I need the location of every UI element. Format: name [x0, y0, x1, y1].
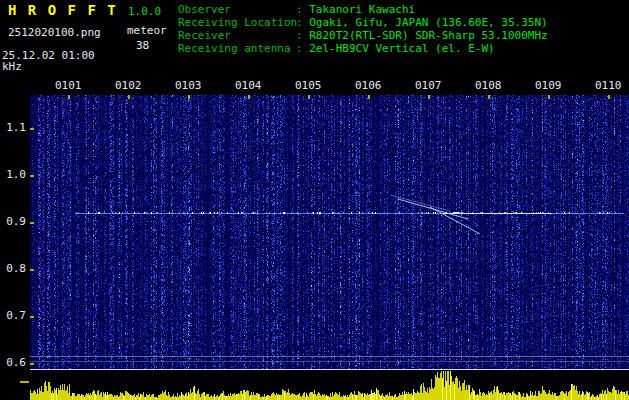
y-tick-label: 0.6 [4, 356, 26, 369]
y-tick-label: 0.8 [4, 262, 26, 275]
info-label: Receiving Location [178, 16, 296, 29]
info-value: Takanori Kawachi [309, 3, 415, 16]
y-tick-label: 0.7 [4, 309, 26, 322]
observation-info: Observer: Takanori Kawachi Receiving Loc… [178, 3, 548, 55]
x-tick-label: 0110 [595, 79, 622, 92]
x-tick-label: 0104 [235, 79, 262, 92]
x-tick-label: 0106 [355, 79, 382, 92]
x-tick-label: 0103 [175, 79, 202, 92]
info-separator: : [296, 42, 309, 55]
spectrogram-canvas [30, 95, 629, 370]
y-axis-unit: kHz [2, 60, 22, 73]
info-value: Ogaki, Gifu, JAPAN (136.60E, 35.35N) [309, 16, 547, 29]
info-separator: : [296, 29, 309, 42]
mode-label: meteor [127, 24, 167, 37]
y-tick-label: 0.9 [4, 215, 26, 228]
meteor-count: 38 [136, 39, 149, 52]
y-tick-label: 1.1 [4, 121, 26, 134]
info-row-observer: Observer: Takanori Kawachi [178, 3, 548, 16]
info-value: 2el-HB9CV Vertical (el. E-W) [309, 42, 494, 55]
x-tick-label: 0109 [535, 79, 562, 92]
info-row-antenna: Receiving antenna: 2el-HB9CV Vertical (e… [178, 42, 548, 55]
info-label: Receiving antenna [178, 42, 296, 55]
x-tick-label: 0108 [475, 79, 502, 92]
x-tick-label: 0107 [415, 79, 442, 92]
x-tick-label: 0101 [55, 79, 82, 92]
amplitude-canvas [30, 371, 629, 400]
info-label: Receiver [178, 29, 296, 42]
info-separator: : [296, 3, 309, 16]
info-value: R820T2(RTL-SDR) SDR-Sharp 53.1000MHz [309, 29, 547, 42]
x-tick-label: 0105 [295, 79, 322, 92]
info-row-receiver: Receiver: R820T2(RTL-SDR) SDR-Sharp 53.1… [178, 29, 548, 42]
app-title: H R O F F T [8, 2, 117, 18]
info-separator: : [296, 16, 309, 29]
app-version: 1.0.0 [128, 5, 161, 18]
y-tick-label: 1.0 [4, 168, 26, 181]
x-tick-label: 0102 [115, 79, 142, 92]
info-row-location: Receiving Location: Ogaki, Gifu, JAPAN (… [178, 16, 548, 29]
output-filename: 2512020100.png [8, 26, 101, 39]
info-label: Observer [178, 3, 296, 16]
amplitude-scale-tick [20, 381, 29, 383]
